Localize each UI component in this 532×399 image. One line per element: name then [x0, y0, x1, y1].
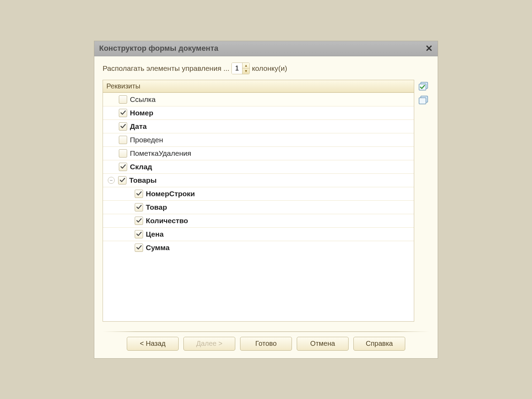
columns-label-before: Располагать элементы управления ...: [103, 64, 229, 73]
checkbox[interactable]: [119, 149, 127, 158]
checkbox[interactable]: [135, 244, 143, 252]
spinner-buttons: ▲ ▼: [242, 63, 249, 74]
checkbox[interactable]: [119, 122, 127, 131]
checkbox[interactable]: [135, 190, 143, 198]
uncheck-all-icon[interactable]: [418, 95, 429, 105]
tree-item-label: Склад: [130, 163, 152, 171]
titlebar: Конструктор формы документа ✕: [94, 41, 438, 56]
tree-item-label: Цена: [146, 230, 164, 238]
tree-row[interactable]: Проведен: [103, 133, 414, 146]
columns-input[interactable]: [232, 63, 242, 74]
checkbox[interactable]: [135, 217, 143, 225]
check-all-icon[interactable]: [418, 81, 429, 92]
checkbox[interactable]: [135, 230, 143, 238]
tree-row[interactable]: Сумма: [103, 241, 414, 254]
cancel-button[interactable]: Отмена: [297, 337, 349, 351]
tree-item-label: Количество: [146, 217, 188, 225]
spinner-up-icon[interactable]: ▲: [243, 63, 249, 68]
tree-row[interactable]: Склад: [103, 160, 414, 173]
checkbox[interactable]: [118, 176, 126, 184]
tree-item-label: Товар: [146, 203, 167, 211]
tree-row[interactable]: Цена: [103, 227, 414, 241]
tree-item-label: Дата: [130, 122, 147, 131]
footer: < Назад Далее > Готово Отмена Справка: [103, 337, 429, 358]
checkbox[interactable]: [119, 163, 127, 171]
dialog-title: Конструктор формы документа: [99, 44, 218, 53]
tree-row[interactable]: Ссылка: [103, 93, 414, 106]
columns-row: Располагать элементы управления ... ▲ ▼ …: [103, 63, 429, 74]
next-button[interactable]: Далее >: [183, 337, 235, 351]
tree-item-label: Номер: [130, 109, 153, 117]
tree-item-label: Ссылка: [130, 95, 155, 104]
dialog: Конструктор формы документа ✕ Располагат…: [94, 41, 438, 359]
columns-spinner[interactable]: ▲ ▼: [231, 63, 250, 74]
tree-row[interactable]: Количество: [103, 214, 414, 227]
columns-label-after: колонку(и): [252, 64, 287, 73]
tree-row[interactable]: Товар: [103, 200, 414, 214]
tree-row[interactable]: Номер: [103, 106, 414, 120]
checkbox[interactable]: [135, 203, 143, 211]
checkbox[interactable]: [119, 109, 127, 117]
tree-row[interactable]: ПометкаУдаления: [103, 146, 414, 160]
tree-header: Реквизиты: [103, 80, 414, 93]
back-button[interactable]: < Назад: [127, 337, 179, 351]
collapse-icon[interactable]: −: [108, 177, 115, 184]
spinner-down-icon[interactable]: ▼: [243, 68, 249, 74]
divider: [103, 331, 429, 332]
svg-rect-3: [419, 98, 426, 104]
tree-item-label: ПометкаУдаления: [130, 149, 191, 158]
tree-row[interactable]: Дата: [103, 120, 414, 133]
attributes-tree[interactable]: Реквизиты СсылкаНомерДатаПроведенПометка…: [103, 80, 414, 322]
tree-item-label: НомерСтроки: [146, 190, 195, 198]
tree-row[interactable]: НомерСтроки: [103, 187, 414, 200]
side-buttons: [418, 80, 429, 322]
close-icon[interactable]: ✕: [424, 43, 434, 54]
tree-item-label: Сумма: [146, 244, 170, 252]
tree-row[interactable]: −Товары: [103, 173, 414, 187]
tree-item-label: Товары: [129, 176, 156, 184]
done-button[interactable]: Готово: [240, 337, 292, 351]
checkbox[interactable]: [119, 136, 127, 144]
checkbox[interactable]: [119, 95, 127, 104]
tree-item-label: Проведен: [130, 136, 163, 144]
help-button[interactable]: Справка: [353, 337, 405, 351]
